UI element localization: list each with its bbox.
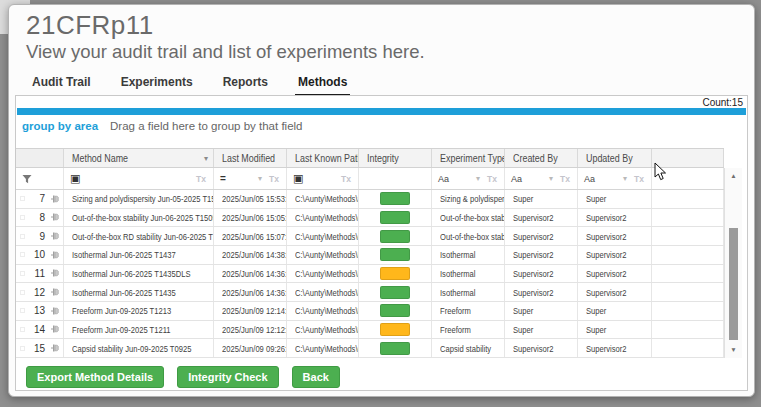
cell-integrity: [359, 246, 432, 264]
contains-filter-icon[interactable]: ▣: [293, 172, 303, 185]
row-select-box[interactable]: [20, 252, 25, 257]
col-header-created-by[interactable]: Created By: [505, 149, 578, 167]
cell-last-known-path: C:\Aunty\Methods\Is: [287, 265, 359, 283]
clear-filter-icon[interactable]: Tx: [341, 174, 351, 184]
chevron-down-icon[interactable]: ▾: [623, 174, 627, 183]
table-row[interactable]: 15 Capsid stability Jun-09-2025 T0925 20…: [16, 339, 724, 358]
back-button[interactable]: Back: [292, 366, 340, 388]
cell-method-name: Sizing and polydispersity Jun-05-2025 T1…: [64, 190, 214, 208]
pin-icon[interactable]: [50, 287, 60, 297]
scrollbar-thumb[interactable]: [729, 228, 738, 340]
pin-icon[interactable]: [50, 194, 60, 204]
col-header-last-modified[interactable]: Last Modified: [214, 149, 287, 167]
cell-experiment-type: Freeform: [432, 321, 505, 339]
filter-cell-updated-by[interactable]: Aa ▾ Tx: [578, 168, 652, 189]
group-by-bar[interactable]: group by areaDrag a field here to group …: [22, 120, 303, 132]
row-select-box[interactable]: [20, 327, 25, 332]
cell-updated-by: Supervisor2: [578, 265, 652, 283]
cell-last-known-path: C:\Aunty\Methods\F: [287, 302, 359, 320]
cell-last-known-path: C:\Aunty\Methods\S: [287, 190, 359, 208]
cell-last-modified: 2025/Jun/09 12:14:28: [214, 302, 287, 320]
tab-methods[interactable]: Methods: [295, 73, 350, 97]
filter-cell-integrity[interactable]: [359, 168, 432, 189]
integrity-check-button[interactable]: Integrity Check: [177, 366, 278, 388]
scroll-up-icon[interactable]: ▲: [725, 170, 742, 182]
row-select-box[interactable]: [20, 308, 25, 313]
cell-last-modified: 2025/Jun/06 15:07:17: [214, 227, 287, 245]
integrity-badge: [380, 323, 410, 336]
cell-experiment-type: Freeform: [432, 302, 505, 320]
grid-filter-row: ▣ Tx = ▾ Tx ▣ Tx Aa: [16, 168, 724, 190]
col-header-experiment-type[interactable]: Experiment Type: [432, 149, 505, 167]
scroll-down-icon[interactable]: ▼: [725, 344, 742, 356]
tab-audit-trail[interactable]: Audit Trail: [29, 73, 94, 97]
row-select-box[interactable]: [20, 196, 25, 201]
vertical-scrollbar[interactable]: ▲ ▼: [724, 168, 742, 358]
clear-filter-icon[interactable]: Tx: [487, 174, 497, 184]
row-select-box[interactable]: [20, 215, 25, 220]
cell-experiment-type: Capsid stability: [432, 339, 505, 357]
table-row[interactable]: 7 Sizing and polydispersity Jun-05-2025 …: [16, 190, 724, 209]
table-row[interactable]: 9 Out-of-the-box RD stability Jun-06-202…: [16, 227, 724, 246]
pin-icon[interactable]: [50, 306, 60, 316]
text-filter-icon[interactable]: Aa: [511, 174, 522, 184]
group-by-area-link[interactable]: group by area: [22, 120, 98, 132]
col-header-last-known-path[interactable]: Last Known Path: [287, 149, 359, 167]
pin-icon[interactable]: [50, 343, 60, 353]
filter-cell-created-by[interactable]: Aa ▾ Tx: [505, 168, 578, 189]
row-select-box[interactable]: [20, 290, 25, 295]
tab-reports[interactable]: Reports: [220, 73, 271, 97]
clear-filter-icon[interactable]: Tx: [269, 174, 279, 184]
clear-filter-icon[interactable]: Tx: [560, 174, 570, 184]
text-filter-icon[interactable]: Aa: [584, 174, 595, 184]
col-header-method-name[interactable]: Method Name ▾: [64, 149, 214, 167]
chevron-down-icon[interactable]: ▾: [476, 174, 480, 183]
table-row[interactable]: 14 Freeform Jun-09-2025 T1211 2025/Jun/0…: [16, 321, 724, 340]
cell-method-name: Isothermal Jun-06-2025 T1435DLS: [64, 265, 214, 283]
table-row[interactable]: 11 Isothermal Jun-06-2025 T1435DLS 2025/…: [16, 265, 724, 284]
pin-icon[interactable]: [50, 231, 60, 241]
pin-icon[interactable]: [50, 212, 60, 222]
table-row[interactable]: 10 Isothermal Jun-06-2025 T1437 2025/Jun…: [16, 246, 724, 265]
cell-last-known-path: C:\Aunty\Methods\C: [287, 339, 359, 357]
filter-cell-last-known-path[interactable]: ▣ Tx: [287, 168, 359, 189]
row-select-box[interactable]: [20, 346, 25, 351]
tab-experiments[interactable]: Experiments: [118, 73, 196, 97]
cell-updated-by: Supervisor2: [578, 227, 652, 245]
row-number: 8: [28, 212, 45, 223]
row-select-box[interactable]: [20, 234, 25, 239]
table-row[interactable]: 13 Freeform Jun-09-2025 T1213 2025/Jun/0…: [16, 302, 724, 321]
methods-grid: Method Name ▾ Last Modified Last Known P…: [16, 148, 742, 358]
filter-cell-experiment-type[interactable]: Aa ▾ Tx: [432, 168, 505, 189]
filter-cell-last-modified[interactable]: = ▾ Tx: [214, 168, 287, 189]
clear-filter-icon[interactable]: Tx: [634, 174, 644, 184]
text-filter-icon[interactable]: Aa: [438, 174, 449, 184]
col-header-integrity[interactable]: Integrity: [359, 149, 432, 167]
methods-panel: Count:15 group by areaDrag a field here …: [15, 95, 748, 391]
table-row[interactable]: 8 Out-of-the-box stability Jun-06-2025 T…: [16, 209, 724, 228]
row-select-box[interactable]: [20, 271, 25, 276]
cell-created-by: Super: [505, 302, 578, 320]
row-header-cell: 10: [16, 246, 64, 264]
chevron-down-icon[interactable]: ▾: [549, 174, 553, 183]
cell-created-by: Supervisor2: [505, 227, 578, 245]
filter-funnel-icon[interactable]: [22, 170, 32, 188]
contains-filter-icon[interactable]: ▣: [70, 172, 80, 185]
chevron-down-icon[interactable]: ▾: [204, 154, 208, 163]
filter-cell-method-name[interactable]: ▣ Tx: [64, 168, 214, 189]
integrity-badge: [380, 267, 410, 280]
col-header-updated-by[interactable]: Updated By: [578, 149, 652, 167]
equals-filter-icon[interactable]: =: [220, 173, 226, 184]
clear-filter-icon[interactable]: Tx: [196, 174, 206, 184]
pin-icon[interactable]: [50, 324, 60, 334]
chevron-down-icon[interactable]: ▾: [258, 174, 262, 183]
pin-icon[interactable]: [50, 268, 60, 278]
cell-updated-by: Supervisor2: [578, 246, 652, 264]
table-row[interactable]: 12 Isothermal Jun-06-2025 T1435 2025/Jun…: [16, 283, 724, 302]
pin-icon[interactable]: [50, 250, 60, 260]
cell-created-by: Supervisor2: [505, 283, 578, 301]
row-header-cell: 14: [16, 321, 64, 339]
filter-cell-rowheader[interactable]: [16, 168, 64, 189]
cell-updated-by: Super: [578, 190, 652, 208]
export-method-details-button[interactable]: Export Method Details: [26, 366, 164, 388]
